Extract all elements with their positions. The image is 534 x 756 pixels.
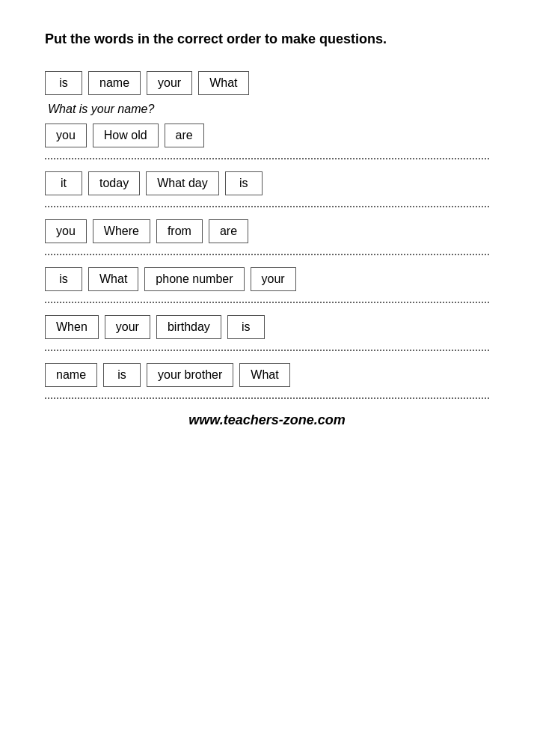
word-box: your brother <box>147 363 233 387</box>
question-block-2: you How old are <box>45 124 489 147</box>
answer-line-1: What is your name? <box>45 103 489 116</box>
word-box: What day <box>146 171 219 195</box>
word-box: are <box>165 124 204 147</box>
word-box: What <box>198 71 248 95</box>
word-group-1: is name your What <box>45 71 489 95</box>
word-group-2: you How old are <box>45 124 489 147</box>
question-block-3: it today What day is <box>45 171 489 195</box>
word-box: your <box>251 267 296 291</box>
word-box: name <box>88 71 141 95</box>
word-box: How old <box>93 124 159 147</box>
word-box: is <box>45 71 82 95</box>
word-group-3: it today What day is <box>45 171 489 195</box>
word-group-5: is What phone number your <box>45 267 489 291</box>
word-box: When <box>45 315 99 339</box>
word-box: today <box>88 171 140 195</box>
word-box: What <box>239 363 289 387</box>
word-box: is <box>103 363 141 387</box>
page-title: Put the words in the correct order to ma… <box>45 30 489 49</box>
question-block-6: When your birthday is <box>45 315 489 339</box>
word-group-7: name is your brother What <box>45 363 489 387</box>
word-box: from <box>156 219 203 243</box>
question-block-4: you Where from are <box>45 219 489 243</box>
word-box: you <box>45 124 87 147</box>
divider <box>45 206 489 207</box>
question-block-7: name is your brother What <box>45 363 489 387</box>
divider <box>45 254 489 255</box>
word-box: phone number <box>144 267 244 291</box>
divider <box>45 302 489 303</box>
word-box: is <box>227 315 265 339</box>
word-box: your <box>105 315 150 339</box>
footer-website: www.teachers-zone.com <box>45 412 489 428</box>
word-box: it <box>45 171 82 195</box>
word-box: is <box>225 171 263 195</box>
divider <box>45 158 489 159</box>
word-box: birthday <box>156 315 221 339</box>
word-box: Where <box>93 219 150 243</box>
word-group-4: you Where from are <box>45 219 489 243</box>
word-box: your <box>147 71 192 95</box>
question-block-5: is What phone number your <box>45 267 489 291</box>
word-group-6: When your birthday is <box>45 315 489 339</box>
divider <box>45 397 489 399</box>
question-block-1: is name your What What is your name? <box>45 71 489 116</box>
word-box: you <box>45 219 87 243</box>
word-box: is <box>45 267 82 291</box>
word-box: What <box>88 267 138 291</box>
divider <box>45 350 489 351</box>
word-box: name <box>45 363 97 387</box>
word-box: are <box>209 219 248 243</box>
